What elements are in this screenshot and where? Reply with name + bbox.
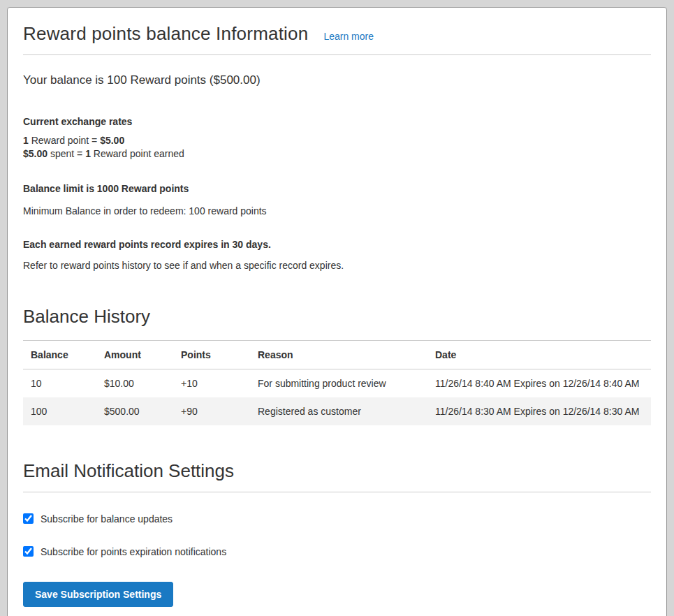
balance-history-table: Balance Amount Points Reason Date 10 $10… — [23, 340, 651, 425]
cell-reason: For submitting product review — [250, 369, 427, 397]
cell-amount: $500.00 — [96, 397, 173, 425]
column-header-amount: Amount — [96, 340, 173, 369]
rate-earn-line: 1 Reward point = $5.00 — [23, 135, 124, 146]
table-header-row: Balance Amount Points Reason Date — [23, 340, 651, 369]
cell-amount: $10.00 — [96, 369, 173, 397]
table-row: 10 $10.00 +10 For submitting product rev… — [23, 369, 651, 397]
page-header: Reward points balance Information Learn … — [23, 22, 651, 55]
reward-points-card: Reward points balance Information Learn … — [7, 7, 667, 616]
balance-history-table-head: Balance Amount Points Reason Date — [23, 340, 651, 369]
column-header-points: Points — [173, 340, 250, 369]
cell-points: +90 — [173, 397, 250, 425]
email-settings-title: Email Notification Settings — [23, 460, 651, 492]
expiry-heading: Each earned reward points record expires… — [23, 239, 651, 250]
subscribe-expiration-notifications-checkbox[interactable] — [23, 546, 34, 557]
column-header-balance: Balance — [23, 340, 96, 369]
subscribe-expiration-notifications-row[interactable]: Subscribe for points expiration notifica… — [23, 546, 651, 557]
table-row: 100 $500.00 +90 Registered as customer 1… — [23, 397, 651, 425]
exchange-rates-lines: 1 Reward point = $5.00 $5.00 spent = 1 R… — [23, 134, 651, 161]
column-header-date: Date — [427, 340, 651, 369]
cell-points: +10 — [173, 369, 250, 397]
page-title: Reward points balance Information — [23, 23, 308, 45]
balance-limit-text: Balance limit is 1000 Reward points — [23, 183, 651, 194]
subscribe-balance-updates-row[interactable]: Subscribe for balance updates — [23, 513, 651, 525]
save-subscription-settings-button[interactable]: Save Subscription Settings — [23, 582, 173, 607]
balance-history-title: Balance History — [23, 306, 651, 328]
balance-history-table-body: 10 $10.00 +10 For submitting product rev… — [23, 369, 651, 425]
balance-summary: Your balance is 100 Reward points ($500.… — [23, 73, 651, 87]
cell-date: 11/26/14 8:30 AM Expires on 12/26/14 8:3… — [427, 397, 651, 425]
min-balance-text: Minimum Balance in order to redeem: 100 … — [23, 205, 651, 217]
subscribe-balance-updates-label: Subscribe for balance updates — [41, 513, 173, 525]
subscribe-balance-updates-checkbox[interactable] — [23, 513, 34, 524]
expiry-note: Refer to reward points history to see if… — [23, 260, 651, 271]
cell-date: 11/26/14 8:40 AM Expires on 12/26/14 8:4… — [427, 369, 651, 397]
cell-reason: Registered as customer — [250, 397, 427, 425]
cell-balance: 10 — [23, 369, 96, 397]
cell-balance: 100 — [23, 397, 96, 425]
column-header-reason: Reason — [250, 340, 427, 369]
exchange-rates-heading: Current exchange rates — [23, 116, 651, 127]
subscribe-expiration-notifications-label: Subscribe for points expiration notifica… — [41, 546, 226, 557]
learn-more-link[interactable]: Learn more — [323, 31, 374, 42]
rate-spend-line: $5.00 spent = 1 Reward point earned — [23, 148, 184, 159]
